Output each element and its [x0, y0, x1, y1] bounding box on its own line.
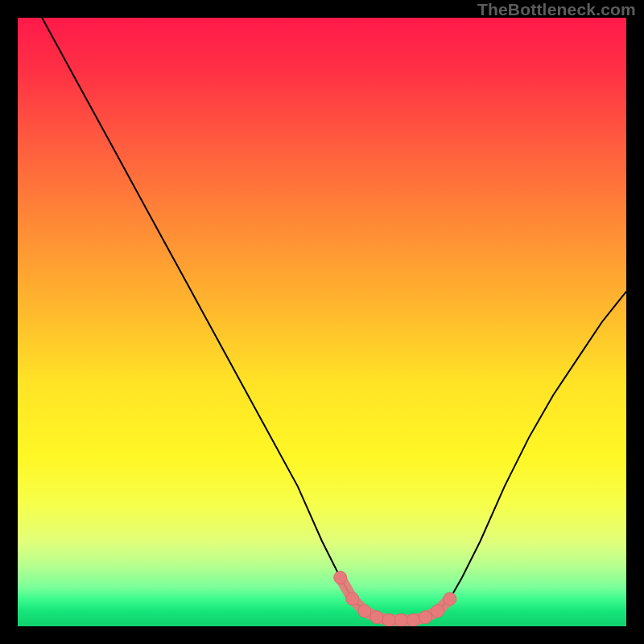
- marker-dot: [431, 605, 444, 617]
- marker-dot: [419, 611, 432, 624]
- marker-dot: [358, 605, 371, 617]
- gradient-background: [18, 18, 626, 626]
- marker-dot: [334, 572, 347, 584]
- chart-svg: [18, 18, 626, 626]
- attribution-label: TheBottleneck.com: [477, 0, 636, 19]
- marker-dot: [407, 613, 419, 626]
- marker-dot: [370, 611, 383, 624]
- plot-area: [18, 18, 626, 626]
- marker-dot: [346, 592, 359, 605]
- marker-dot: [444, 592, 456, 605]
- marker-dot: [382, 613, 395, 626]
- chart-frame: TheBottleneck.com: [0, 0, 644, 644]
- marker-dot: [394, 613, 407, 626]
